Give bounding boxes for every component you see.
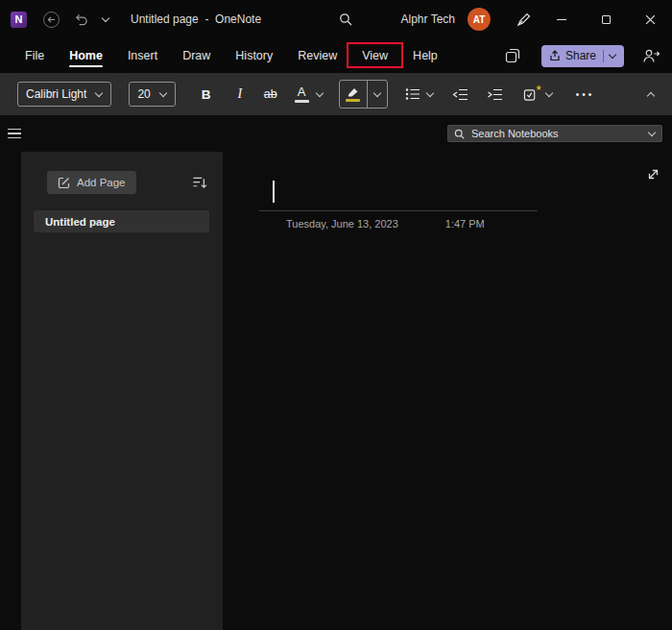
font-color-button[interactable]: A bbox=[295, 86, 324, 103]
tab-home[interactable]: Home bbox=[57, 38, 115, 73]
text-caret bbox=[273, 181, 275, 203]
page-date: Tuesday, June 13, 2023 bbox=[286, 218, 398, 230]
pen-icon bbox=[516, 12, 532, 27]
add-page-label: Add Page bbox=[77, 177, 126, 188]
bullet-list-button[interactable] bbox=[405, 87, 434, 101]
chevron-down-icon bbox=[95, 90, 103, 98]
inking-button[interactable] bbox=[516, 12, 532, 27]
back-button[interactable] bbox=[43, 12, 60, 28]
tab-history[interactable]: History bbox=[223, 38, 285, 73]
page-meta: Tuesday, June 13, 2023 1:47 PM bbox=[286, 218, 672, 230]
account-avatar[interactable]: AT bbox=[468, 8, 491, 31]
person-icon bbox=[642, 49, 660, 63]
decrease-indent-icon bbox=[452, 88, 468, 101]
page-list-item[interactable]: Untitled page bbox=[34, 210, 209, 232]
undo-icon bbox=[74, 13, 88, 26]
bullet-list-icon bbox=[405, 87, 420, 101]
highlighter-icon bbox=[346, 86, 360, 102]
tag-star-icon: ★ bbox=[535, 84, 541, 92]
decrease-indent-button[interactable] bbox=[452, 88, 468, 101]
expand-diagonal-icon bbox=[646, 167, 660, 182]
add-page-button[interactable]: Add Page bbox=[47, 171, 136, 194]
hamburger-icon bbox=[8, 129, 21, 131]
maximize-button[interactable] bbox=[584, 0, 628, 38]
page-list-header: Add Page bbox=[21, 152, 223, 204]
search-icon bbox=[339, 12, 352, 26]
tab-file[interactable]: File bbox=[12, 38, 57, 73]
chevron-down-icon bbox=[426, 90, 434, 98]
increase-indent-icon bbox=[487, 88, 503, 101]
onenote-window: N Untitled page - OneNote Alphr Tech AT bbox=[0, 0, 672, 630]
account-name[interactable]: Alphr Tech bbox=[401, 12, 455, 26]
font-size-value: 20 bbox=[137, 87, 150, 101]
to-do-tag-button[interactable]: ★ bbox=[523, 87, 553, 102]
close-icon bbox=[645, 14, 656, 25]
title-divider bbox=[259, 210, 538, 211]
chevron-down-icon bbox=[373, 90, 381, 98]
bold-button[interactable]: B bbox=[199, 87, 214, 102]
search-notebooks-box[interactable]: Search Notebooks bbox=[447, 125, 662, 142]
navigation-bar: Search Notebooks bbox=[0, 115, 672, 152]
page-time: 1:47 PM bbox=[445, 218, 485, 230]
strikethrough-button[interactable]: ab bbox=[264, 87, 277, 101]
font-color-bar bbox=[295, 100, 309, 103]
close-button[interactable] bbox=[628, 0, 672, 38]
left-rail bbox=[0, 152, 21, 630]
chevron-down-icon bbox=[316, 90, 324, 98]
titlebar-right-group: Alphr Tech AT bbox=[401, 0, 672, 38]
search-notebooks-label: Search Notebooks bbox=[471, 128, 641, 139]
tab-view-label: View bbox=[362, 49, 388, 62]
font-size-combobox[interactable]: 20 bbox=[129, 82, 175, 107]
tab-review[interactable]: Review bbox=[285, 38, 349, 73]
collapse-ribbon-button[interactable] bbox=[647, 90, 655, 98]
search-icon bbox=[454, 129, 465, 139]
minimize-button[interactable] bbox=[540, 0, 584, 38]
chevron-down-icon bbox=[545, 90, 553, 98]
tab-view[interactable]: View bbox=[349, 38, 400, 73]
title-bar: N Untitled page - OneNote Alphr Tech AT bbox=[0, 0, 672, 38]
full-page-view-button[interactable] bbox=[646, 167, 660, 182]
font-color-icon: A bbox=[295, 86, 309, 103]
highlighter-divider bbox=[367, 81, 368, 108]
sign-in-people-button[interactable] bbox=[642, 49, 660, 63]
titlebar-search-button[interactable] bbox=[339, 12, 352, 26]
font-name-combobox[interactable]: Calibri Light bbox=[17, 82, 111, 107]
minimize-icon bbox=[557, 19, 566, 20]
main-area: Add Page Untitled page Tue bbox=[0, 152, 672, 630]
more-options-button[interactable]: ••• bbox=[576, 89, 595, 100]
share-chevron-icon bbox=[609, 52, 616, 60]
page-editor[interactable]: Tuesday, June 13, 2023 1:47 PM bbox=[223, 152, 672, 630]
font-color-letter: A bbox=[298, 86, 306, 98]
share-button[interactable]: Share bbox=[541, 45, 624, 67]
onenote-logo-icon: N bbox=[11, 12, 27, 28]
sort-pages-button[interactable] bbox=[192, 176, 207, 189]
navigation-menu-button[interactable] bbox=[4, 129, 25, 139]
sort-descending-icon bbox=[192, 176, 207, 189]
highlighter-color-bar bbox=[346, 99, 360, 102]
tab-insert[interactable]: Insert bbox=[115, 38, 170, 73]
share-button-label: Share bbox=[565, 49, 596, 62]
chevron-up-icon bbox=[647, 90, 655, 98]
page-list-pane: Add Page Untitled page bbox=[21, 152, 223, 630]
undo-button[interactable] bbox=[74, 13, 88, 26]
menubar-right-group: Share bbox=[505, 45, 660, 67]
highlighter-split-button[interactable] bbox=[339, 80, 388, 109]
font-name-value: Calibri Light bbox=[26, 87, 86, 101]
tab-draw[interactable]: Draw bbox=[170, 38, 223, 73]
page-title-area[interactable] bbox=[223, 152, 672, 203]
maximize-icon bbox=[602, 15, 611, 24]
compose-icon bbox=[58, 177, 70, 189]
italic-button[interactable]: I bbox=[233, 86, 247, 102]
tab-help[interactable]: Help bbox=[400, 38, 450, 73]
chevron-down-icon bbox=[159, 90, 167, 98]
increase-indent-button[interactable] bbox=[487, 88, 503, 101]
switch-windows-button[interactable] bbox=[505, 48, 520, 63]
ribbon-tab-bar: File Home Insert Draw History Review Vie… bbox=[0, 38, 672, 73]
to-do-tag-icon: ★ bbox=[523, 87, 538, 102]
chevron-down-icon bbox=[102, 15, 109, 23]
window-title: Untitled page - OneNote bbox=[131, 12, 261, 26]
windows-icon bbox=[505, 48, 520, 63]
chevron-down-icon bbox=[648, 130, 656, 137]
home-ribbon: Calibri Light 20 B I ab A bbox=[0, 73, 672, 115]
quick-access-menu-button[interactable] bbox=[102, 15, 109, 23]
